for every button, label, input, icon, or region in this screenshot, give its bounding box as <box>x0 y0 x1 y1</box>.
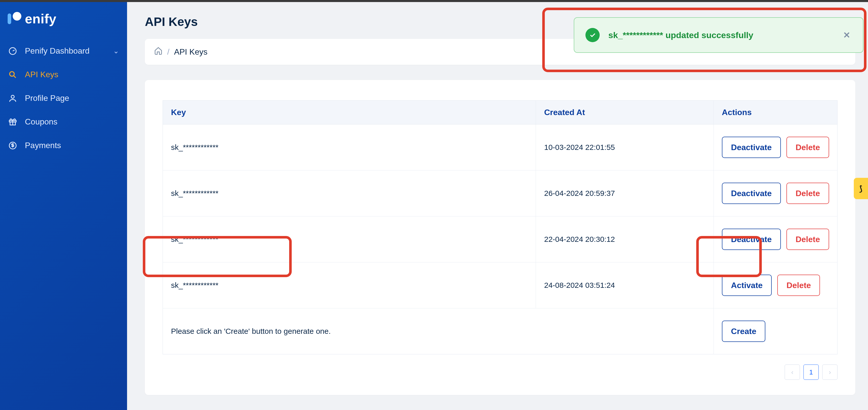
toast-message: sk_************ updated successfully <box>608 30 753 40</box>
home-icon[interactable] <box>154 46 163 57</box>
sidebar-item-payments[interactable]: Payments <box>0 134 127 157</box>
gift-icon <box>8 117 18 127</box>
sidebar-menu: Penify Dashboard ⌄ API Keys Profile Page <box>0 39 127 157</box>
logo-mark-icon <box>8 12 21 26</box>
helper-widget-tab[interactable]: ⟆ <box>854 178 868 199</box>
app-layout: enify Penify Dashboard ⌄ API Keys Pr <box>0 2 868 410</box>
activate-button[interactable]: Activate <box>722 275 772 296</box>
breadcrumb-current: API Keys <box>174 47 208 57</box>
api-keys-table: Key Created At Actions sk_************ 1… <box>163 100 838 354</box>
dollar-icon <box>8 141 18 150</box>
close-icon: ✕ <box>843 30 850 40</box>
deactivate-button[interactable]: Deactivate <box>722 137 781 158</box>
sidebar: enify Penify Dashboard ⌄ API Keys Pr <box>0 2 127 410</box>
table-footer-row: Please click an 'Create' button to gener… <box>163 308 838 354</box>
svg-rect-0 <box>8 13 11 24</box>
pagination-prev[interactable]: ‹ <box>785 365 800 380</box>
sidebar-item-profile[interactable]: Profile Page <box>0 86 127 110</box>
table-row: sk_************ 22-04-2024 20:30:12 Deac… <box>163 216 838 262</box>
logo[interactable]: enify <box>0 11 127 39</box>
svg-point-3 <box>10 72 14 76</box>
sidebar-item-label: Penify Dashboard <box>25 46 106 56</box>
table-row: sk_************ 24-08-2024 03:51:24 Acti… <box>163 262 838 308</box>
deactivate-button[interactable]: Deactivate <box>722 229 781 250</box>
chevron-left-icon: ‹ <box>791 368 794 376</box>
delete-button[interactable]: Delete <box>786 229 829 250</box>
toast-success: sk_************ updated successfully ✕ <box>574 17 863 53</box>
table-row: sk_************ 10-03-2024 22:01:55 Deac… <box>163 124 838 170</box>
pagination-page-1[interactable]: 1 <box>803 365 819 380</box>
sidebar-item-label: Payments <box>25 141 119 150</box>
delete-button[interactable]: Delete <box>786 137 829 158</box>
chevron-down-icon: ⌄ <box>113 47 119 55</box>
toast-close-button[interactable]: ✕ <box>842 28 852 42</box>
content-card: Key Created At Actions sk_************ 1… <box>145 80 855 395</box>
cell-created: 10-03-2024 22:01:55 <box>544 143 615 151</box>
sidebar-item-api-keys[interactable]: API Keys <box>0 63 127 86</box>
cell-key: sk_************ <box>171 143 219 151</box>
helper-icon: ⟆ <box>859 184 862 193</box>
breadcrumb-separator: / <box>167 47 169 57</box>
deactivate-button[interactable]: Deactivate <box>722 183 781 204</box>
create-button[interactable]: Create <box>722 321 766 342</box>
logo-text: enify <box>25 11 56 26</box>
cell-created: 26-04-2024 20:59:37 <box>544 189 615 197</box>
sidebar-item-label: API Keys <box>25 70 119 79</box>
pagination-next[interactable]: › <box>822 365 838 380</box>
create-hint-text: Please click an 'Create' button to gener… <box>171 327 331 335</box>
browser-chrome-bar <box>0 0 868 2</box>
cell-key: sk_************ <box>171 235 219 243</box>
user-icon <box>8 94 18 103</box>
pagination: ‹ 1 › <box>163 365 838 380</box>
column-header-actions: Actions <box>714 101 837 124</box>
gauge-icon <box>8 46 18 56</box>
search-icon <box>8 70 18 79</box>
chevron-right-icon: › <box>829 368 831 376</box>
cell-key: sk_************ <box>171 281 219 289</box>
column-header-created: Created At <box>536 101 714 124</box>
table-row: sk_************ 26-04-2024 20:59:37 Deac… <box>163 170 838 216</box>
sidebar-item-dashboard[interactable]: Penify Dashboard ⌄ <box>0 39 127 63</box>
sidebar-item-label: Profile Page <box>25 93 119 103</box>
delete-button[interactable]: Delete <box>786 183 829 204</box>
delete-button[interactable]: Delete <box>777 275 820 296</box>
cell-key: sk_************ <box>171 189 219 197</box>
main-content: API Keys / API Keys Key Created At Actio… <box>127 2 868 410</box>
sidebar-item-label: Coupons <box>25 117 119 127</box>
check-circle-icon <box>585 28 600 42</box>
cell-created: 22-04-2024 20:30:12 <box>544 235 615 243</box>
svg-rect-1 <box>13 12 21 21</box>
sidebar-item-coupons[interactable]: Coupons <box>0 110 127 134</box>
cell-created: 24-08-2024 03:51:24 <box>544 281 615 289</box>
svg-point-4 <box>11 95 14 98</box>
column-header-key: Key <box>163 101 536 124</box>
